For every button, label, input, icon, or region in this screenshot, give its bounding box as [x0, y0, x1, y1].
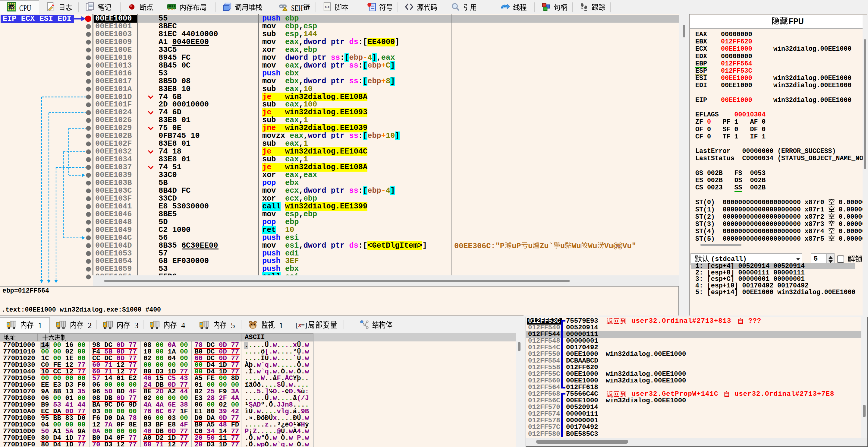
svg-text:<>: <> — [324, 4, 330, 10]
